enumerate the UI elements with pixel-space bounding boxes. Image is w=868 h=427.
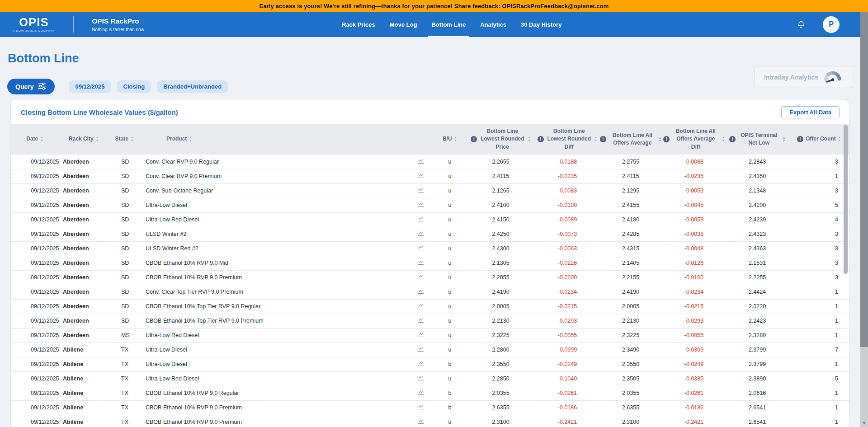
column-header-product[interactable]: Product▲▼ (140, 124, 407, 155)
cell-chart (407, 198, 434, 212)
column-header-avg-diff[interactable]: iBottom Line All Offers Average Diff▲▼ (662, 124, 726, 155)
column-header-offer-count[interactable]: iOffer Count▲▼ (789, 124, 849, 155)
cell-avg: 2.3550 (599, 357, 662, 371)
sort-icon[interactable]: ▲▼ (783, 136, 785, 142)
chart-icon[interactable] (417, 230, 424, 236)
chart-icon[interactable] (417, 288, 424, 294)
chart-icon[interactable] (417, 346, 424, 352)
cell-price: 2.3100 (466, 415, 536, 427)
intraday-analytics-button[interactable]: Intraday Analytics (755, 66, 852, 88)
nav-item-30-day-history[interactable]: 30 Day History (519, 12, 563, 37)
table-row: 09/12/2025AberdeenSDUltra-Low Dieselu2.4… (11, 198, 849, 212)
sort-icon[interactable]: ▲▼ (131, 136, 133, 142)
filter-chip-branded-unbranded[interactable]: Branded+Unbranded (157, 80, 228, 93)
chart-icon[interactable] (417, 332, 424, 338)
cell-chart (407, 169, 434, 183)
filter-chip-09-12-2025[interactable]: 09/12/2025 (69, 80, 111, 93)
filter-chip-closing[interactable]: Closing (117, 80, 151, 93)
cell-rack-city: Aberdeen (59, 314, 108, 328)
chart-icon[interactable] (417, 274, 424, 280)
cell-net-low: 2.4363 (726, 241, 789, 256)
cell-offer-count: 1 (789, 357, 849, 371)
chart-icon[interactable] (417, 404, 424, 410)
sort-icon[interactable]: ▲▼ (189, 136, 192, 142)
cell-bu: u (434, 328, 466, 343)
cell-date: 09/12/2025 (11, 314, 59, 328)
chart-icon[interactable] (417, 389, 424, 395)
cell-bu: u (434, 212, 466, 227)
sort-icon[interactable]: ▲▼ (528, 136, 530, 142)
chart-icon[interactable] (417, 375, 424, 381)
chart-icon[interactable] (417, 418, 424, 424)
column-label: Offer Count (806, 135, 836, 143)
chart-icon[interactable] (417, 303, 424, 309)
cell-avg-diff: -0.0048 (662, 241, 726, 256)
nav-item-analytics[interactable]: Analytics (478, 12, 508, 37)
cell-date: 09/12/2025 (11, 169, 59, 183)
cell-date: 09/12/2025 (11, 227, 59, 241)
cell-offer-count: 3 (789, 183, 849, 198)
cell-avg: 2.1405 (599, 256, 662, 270)
column-header-date[interactable]: Date▲▼ (11, 124, 59, 155)
cell-diff: -0.0261 (536, 386, 599, 400)
chart-icon[interactable] (417, 259, 424, 265)
chart-icon[interactable] (417, 173, 424, 178)
page-scrollbar[interactable]: ▼ (860, 12, 868, 427)
sort-icon[interactable]: ▲▼ (659, 136, 661, 142)
query-button[interactable]: Query (7, 79, 55, 94)
cell-date: 09/12/2025 (11, 371, 59, 386)
column-header-price[interactable]: iBottom Line Lowest Rounded Price▲▼ (466, 124, 536, 155)
column-header-rack-city[interactable]: Rack City▲▼ (59, 124, 108, 155)
chart-icon[interactable] (417, 245, 424, 251)
sort-icon[interactable]: ▲▼ (454, 136, 457, 142)
info-icon[interactable]: i (797, 136, 803, 142)
scroll-down-arrow-icon[interactable]: ▼ (860, 419, 868, 427)
opis-logo[interactable]: OPIS A DOW JONES COMPANY (13, 17, 55, 32)
page-scrollbar-thumb[interactable] (860, 12, 868, 347)
export-all-data-button[interactable]: Export All Data (781, 106, 840, 118)
cell-state: SD (108, 227, 140, 241)
notifications-bell-icon[interactable] (797, 19, 806, 29)
cell-rack-city: Aberdeen (59, 299, 108, 314)
user-avatar[interactable]: P (823, 16, 840, 33)
chart-icon[interactable] (417, 202, 424, 207)
sort-icon[interactable]: ▲▼ (40, 136, 43, 142)
column-header-diff[interactable]: iBottom Line Lowest Rounded Diff▲▼ (536, 124, 599, 155)
column-header-bu[interactable]: B/U▲▼ (434, 124, 466, 155)
sort-icon[interactable]: ▲▼ (594, 136, 597, 142)
cell-rack-city: Abilene (59, 357, 108, 371)
cell-date: 09/12/2025 (11, 400, 59, 415)
sort-icon[interactable]: ▲▼ (96, 136, 99, 142)
cell-rack-city: Aberdeen (59, 183, 108, 198)
column-label: Date (26, 135, 38, 143)
cell-bu: u (434, 241, 466, 256)
cell-chart (407, 183, 434, 198)
info-icon[interactable]: i (600, 136, 606, 142)
card-title: Closing Bottom Line Wholesale Values ($/… (21, 108, 178, 116)
cell-state: SD (108, 256, 140, 270)
cell-date: 09/12/2025 (11, 299, 59, 314)
info-icon[interactable]: i (538, 136, 544, 142)
chart-icon[interactable] (417, 187, 424, 193)
chart-icon[interactable] (417, 216, 424, 222)
table-scrollbar-thumb[interactable] (844, 125, 848, 274)
column-header-net-low[interactable]: iOPIS Terminal Net Low▲▼ (726, 124, 789, 155)
cell-state: TX (108, 386, 140, 400)
chart-icon[interactable] (417, 317, 424, 323)
cell-avg-diff: -0.0186 (662, 400, 726, 415)
info-icon[interactable]: i (471, 136, 477, 142)
cell-diff: -0.0293 (536, 314, 599, 328)
nav-item-rack-prices[interactable]: Rack Prices (340, 12, 377, 37)
cell-chart (407, 285, 434, 299)
column-header-avg[interactable]: iBottom Line All Offers Average▲▼ (599, 124, 662, 155)
chart-icon[interactable] (417, 158, 424, 164)
sort-icon[interactable]: ▲▼ (722, 136, 725, 142)
column-header-state[interactable]: State▲▼ (108, 124, 140, 155)
nav-item-move-log[interactable]: Move Log (388, 12, 419, 37)
cell-net-low: 2.3890 (726, 371, 789, 386)
info-icon[interactable]: i (729, 136, 736, 142)
info-icon[interactable]: i (663, 136, 670, 142)
nav-item-bottom-line[interactable]: Bottom Line (429, 12, 467, 37)
sort-icon[interactable]: ▲▼ (838, 136, 841, 142)
chart-icon[interactable] (417, 361, 424, 366)
